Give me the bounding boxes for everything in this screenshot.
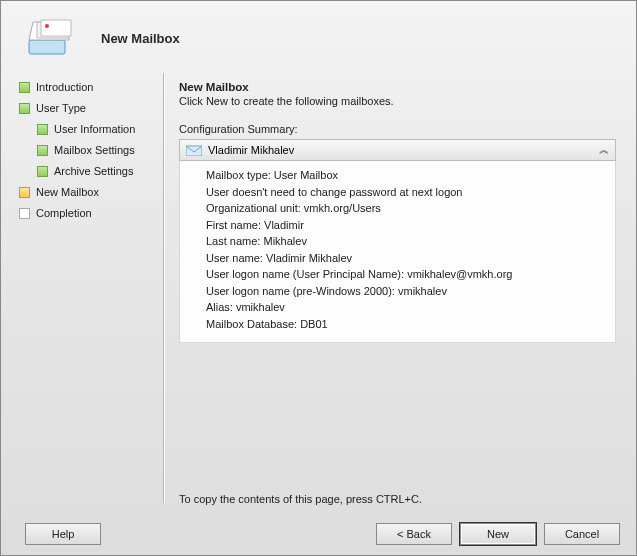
help-button[interactable]: Help (25, 523, 101, 545)
svg-marker-3 (41, 20, 71, 36)
step-archive-settings: Archive Settings (37, 165, 155, 177)
copy-hint: To copy the contents of this page, press… (179, 493, 422, 505)
mailbox-wizard-icon (25, 18, 73, 58)
step-current-icon (19, 187, 30, 198)
step-complete-icon (37, 124, 48, 135)
svg-point-4 (45, 24, 49, 28)
summary-details: Mailbox type: User Mailbox User doesn't … (179, 161, 616, 343)
mailbox-icon (186, 144, 202, 156)
step-pending-icon (19, 208, 30, 219)
cancel-button[interactable]: Cancel (544, 523, 620, 545)
summary-line: Organizational unit: vmkh.org/Users (206, 200, 607, 217)
step-new-mailbox: New Mailbox (19, 186, 155, 198)
summary-line: Last name: Mikhalev (206, 233, 607, 250)
wizard-title: New Mailbox (101, 31, 180, 46)
summary-line: Mailbox Database: DB01 (206, 316, 607, 333)
new-button[interactable]: New (460, 523, 536, 545)
step-complete-icon (19, 82, 30, 93)
step-complete-icon (19, 103, 30, 114)
svg-rect-0 (29, 40, 65, 54)
collapse-icon: ︽ (599, 143, 607, 157)
summary-header[interactable]: Vladimir Mikhalev ︽ (179, 139, 616, 161)
summary-user-name: Vladimir Mikhalev (208, 144, 294, 156)
step-completion: Completion (19, 207, 155, 219)
wizard-steps: Introduction User Type User Information … (1, 73, 161, 513)
wizard-main: New Mailbox Click New to create the foll… (161, 73, 636, 513)
wizard-window: New Mailbox Introduction User Type User … (0, 0, 637, 556)
page-title: New Mailbox (179, 81, 616, 93)
wizard-footer: Help < Back New Cancel (1, 513, 636, 555)
configuration-summary-label: Configuration Summary: (179, 123, 616, 135)
step-user-information: User Information (37, 123, 155, 135)
summary-line: User name: Vladimir Mikhalev (206, 250, 607, 267)
wizard-header: New Mailbox (1, 1, 636, 73)
summary-line: User logon name (User Principal Name): v… (206, 266, 607, 283)
page-subtitle: Click New to create the following mailbo… (179, 95, 616, 107)
summary-line: Alias: vmikhalev (206, 299, 607, 316)
step-introduction: Introduction (19, 81, 155, 93)
summary-line: User doesn't need to change password at … (206, 184, 607, 201)
summary-line: User logon name (pre-Windows 2000): vmik… (206, 283, 607, 300)
step-mailbox-settings: Mailbox Settings (37, 144, 155, 156)
summary-line: Mailbox type: User Mailbox (206, 167, 607, 184)
step-complete-icon (37, 145, 48, 156)
step-user-type: User Type (19, 102, 155, 114)
step-complete-icon (37, 166, 48, 177)
wizard-body: Introduction User Type User Information … (1, 73, 636, 513)
summary-line: First name: Vladimir (206, 217, 607, 234)
back-button[interactable]: < Back (376, 523, 452, 545)
